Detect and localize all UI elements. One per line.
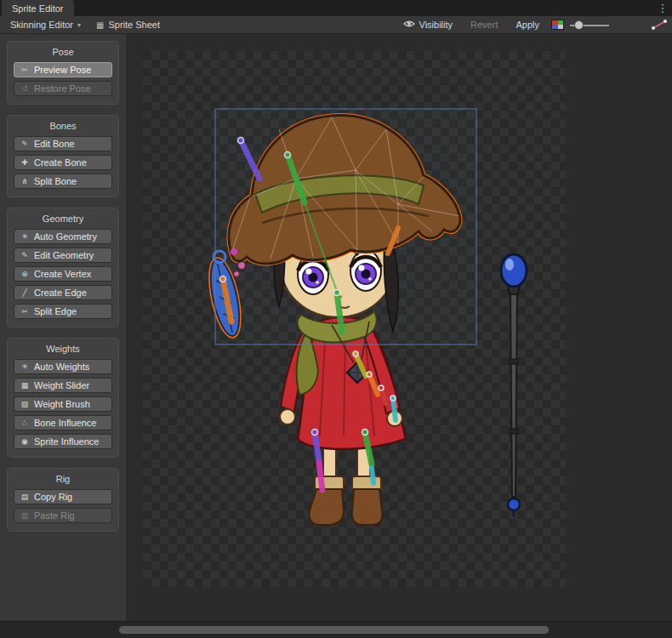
edit-geometry-button[interactable]: ✎ Edit Geometry xyxy=(14,248,112,263)
apply-button[interactable]: Apply xyxy=(510,18,545,32)
create-edge-icon: ╱ xyxy=(20,288,30,297)
copy-rig-button[interactable]: ▤ Copy Rig xyxy=(14,489,112,504)
overlay-opacity-slider[interactable] xyxy=(570,19,609,31)
preview-pose-label: Preview Pose xyxy=(34,65,91,75)
selection-box xyxy=(215,109,476,345)
tool-sidebar: Pose ✂ Preview Pose ↺ Restore Pose Bones… xyxy=(0,34,126,621)
restore-pose-label: Restore Pose xyxy=(34,83,91,94)
split-edge-label: Split Edge xyxy=(34,306,77,316)
sprite-sheet-icon: ▦ xyxy=(96,20,104,30)
weight-slider-icon: ▦ xyxy=(20,381,30,390)
toolbar: Skinning Editor ▾ ▦ Sprite Sheet Visibil… xyxy=(0,16,672,34)
visibility-button[interactable]: Visibility xyxy=(397,18,459,32)
sprite-influence-button[interactable]: ◉ Sprite Influence xyxy=(14,434,112,449)
bone-influence-button[interactable]: ∴ Bone Influence xyxy=(14,415,112,430)
horizontal-scrollbar[interactable] xyxy=(0,621,672,638)
paste-rig-button[interactable]: ▥ Paste Rig xyxy=(14,508,112,523)
revert-label: Revert xyxy=(470,20,498,30)
geometry-panel: Geometry ✳ Auto Geometry ✎ Edit Geometry… xyxy=(7,208,119,328)
weights-panel-title: Weights xyxy=(14,343,112,356)
sprite-influence-label: Sprite Influence xyxy=(34,436,99,447)
bones-panel-title: Bones xyxy=(14,120,112,133)
auto-weights-button[interactable]: ✳ Auto Weights xyxy=(14,359,112,374)
mode-dropdown-label: Skinning Editor xyxy=(10,20,73,30)
weight-brush-label: Weight Brush xyxy=(34,399,90,409)
edit-bone-button[interactable]: ✎ Edit Bone xyxy=(14,136,112,151)
tab-sprite-editor-label: Sprite Editor xyxy=(12,3,64,14)
bones-panel: Bones ✎ Edit Bone ✚ Create Bone ⋔ Split … xyxy=(7,115,119,197)
geometry-panel-title: Geometry xyxy=(14,213,112,225)
sprite-editor-window: { "window": { "tab": "Sprite Editor", "k… xyxy=(0,0,672,638)
chevron-down-icon: ▾ xyxy=(77,21,81,29)
staff-sprite[interactable] xyxy=(501,254,527,517)
rig-panel-title: Rig xyxy=(14,473,112,486)
edit-bone-icon: ✎ xyxy=(20,140,30,148)
gradient-ramp-icon[interactable] xyxy=(651,19,668,31)
rgb-channels-icon[interactable] xyxy=(551,20,564,30)
bone-influence-label: Bone Influence xyxy=(34,418,96,428)
create-vertex-icon: ⊕ xyxy=(20,270,30,278)
auto-weights-icon: ✳ xyxy=(20,362,30,371)
weight-brush-icon: ▨ xyxy=(20,400,30,408)
eye-icon xyxy=(403,20,415,30)
auto-geometry-icon: ✳ xyxy=(20,232,30,241)
revert-button[interactable]: Revert xyxy=(464,18,504,32)
rig-panel: Rig ▤ Copy Rig ▥ Paste Rig xyxy=(7,468,119,532)
create-bone-label: Create Bone xyxy=(34,157,87,168)
window-tab-bar: Sprite Editor ⋮ xyxy=(0,0,672,16)
edit-geometry-label: Edit Geometry xyxy=(34,250,94,260)
sprite-canvas[interactable] xyxy=(126,34,672,621)
scene-svg xyxy=(143,51,566,587)
pose-panel: Pose ✂ Preview Pose ↺ Restore Pose xyxy=(7,41,119,105)
horizontal-scrollbar-thumb[interactable] xyxy=(119,626,549,634)
toolbar-right-group: Visibility Revert Apply xyxy=(397,18,668,32)
create-bone-button[interactable]: ✚ Create Bone xyxy=(14,155,112,170)
edit-geometry-icon: ✎ xyxy=(20,251,30,259)
create-vertex-label: Create Vertex xyxy=(34,269,91,279)
create-edge-button[interactable]: ╱ Create Edge xyxy=(14,285,112,300)
bone-influence-icon: ∴ xyxy=(20,419,30,427)
weight-slider-button[interactable]: ▦ Weight Slider xyxy=(14,378,112,393)
create-vertex-button[interactable]: ⊕ Create Vertex xyxy=(14,266,112,282)
preview-pose-button[interactable]: ✂ Preview Pose xyxy=(14,62,112,77)
auto-weights-label: Auto Weights xyxy=(34,362,89,372)
auto-geometry-button[interactable]: ✳ Auto Geometry xyxy=(14,229,112,244)
mode-dropdown[interactable]: Skinning Editor ▾ xyxy=(4,18,87,32)
restore-pose-icon: ↺ xyxy=(20,84,30,93)
copy-rig-icon: ▤ xyxy=(20,493,30,501)
split-bone-button[interactable]: ⋔ Split Bone xyxy=(14,174,112,189)
tab-sprite-editor[interactable]: Sprite Editor xyxy=(2,0,74,16)
restore-pose-button[interactable]: ↺ Restore Pose xyxy=(14,81,112,96)
paste-rig-label: Paste Rig xyxy=(34,510,75,521)
slider-knob[interactable] xyxy=(574,20,584,30)
split-edge-icon: ✂ xyxy=(20,307,30,316)
preview-pose-icon: ✂ xyxy=(20,66,30,74)
kebab-menu-icon[interactable]: ⋮ xyxy=(653,0,672,16)
weight-slider-label: Weight Slider xyxy=(34,380,89,390)
auto-geometry-label: Auto Geometry xyxy=(34,231,97,242)
paste-rig-icon: ▥ xyxy=(20,511,30,520)
edit-bone-label: Edit Bone xyxy=(34,139,75,149)
sprite-sheet-label: Sprite Sheet xyxy=(108,20,160,30)
split-edge-button[interactable]: ✂ Split Edge xyxy=(14,304,112,319)
pose-panel-title: Pose xyxy=(14,46,112,59)
weight-brush-button[interactable]: ▨ Weight Brush xyxy=(14,396,112,412)
create-bone-icon: ✚ xyxy=(20,158,30,167)
sprite-sheet-button[interactable]: ▦ Sprite Sheet xyxy=(90,18,166,32)
apply-label: Apply xyxy=(515,20,539,30)
split-bone-icon: ⋔ xyxy=(20,177,30,185)
visibility-label: Visibility xyxy=(419,20,453,30)
create-edge-label: Create Edge xyxy=(34,288,87,298)
sprite-influence-icon: ◉ xyxy=(20,437,30,446)
weights-panel: Weights ✳ Auto Weights ▦ Weight Slider ▨… xyxy=(7,338,119,458)
split-bone-label: Split Bone xyxy=(34,176,77,186)
copy-rig-label: Copy Rig xyxy=(34,492,72,502)
